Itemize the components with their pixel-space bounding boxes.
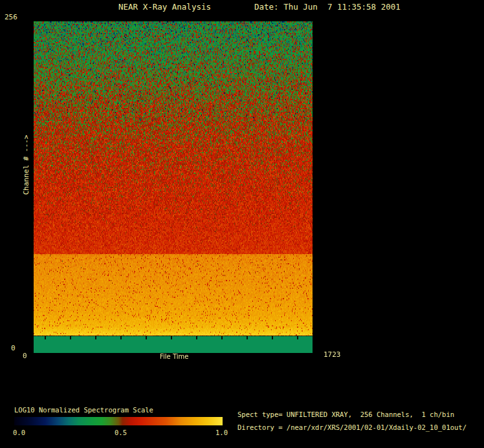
colorbar-tick-min: 0.0 <box>13 429 25 436</box>
colorbar-tick-max: 1.0 <box>215 429 228 436</box>
x-axis-title: File Time <box>160 353 188 360</box>
y-axis-max-tick: 256 <box>5 14 17 21</box>
x-axis-max-tick: 1723 <box>324 351 341 359</box>
near-xray-analysis-window: NEAR X-Ray Analysis Date: Thu Jun 7 11:3… <box>0 0 484 448</box>
colorbar-title: LOG10 Normalized Spectrogram Scale <box>14 406 153 414</box>
x-axis-min-tick: 0 <box>23 352 27 360</box>
y-axis-title: Channel # ---> <box>22 135 30 195</box>
spect-type-label: Spect type= UNFILTERED XRAY, 256 Channel… <box>237 411 454 418</box>
spectrogram-canvas <box>34 21 313 353</box>
colorbar-tick-mid: 0.5 <box>115 429 127 436</box>
colorbar-gradient <box>14 417 223 425</box>
directory-label: Directory = /near/xdr/XRS/2001/02-01/Xda… <box>237 423 467 431</box>
y-axis-min-tick: 0 <box>11 345 16 352</box>
page-title: NEAR X-Ray Analysis <box>118 3 211 12</box>
date-label: Date: Thu Jun 7 11:35:58 2001 <box>254 3 401 12</box>
